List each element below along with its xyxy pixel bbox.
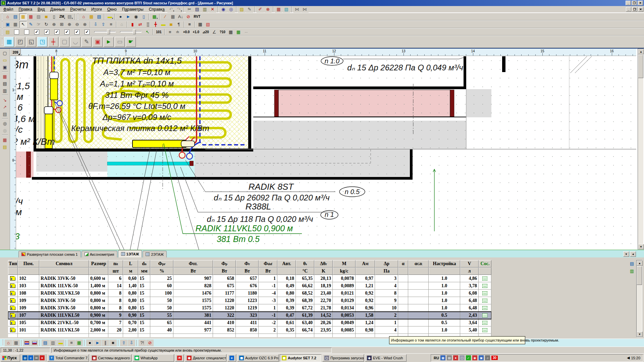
cell[interactable] bbox=[8, 326, 18, 334]
cell[interactable] bbox=[398, 275, 408, 282]
cell[interactable]: 102 bbox=[18, 275, 39, 282]
cell[interactable]: 18,19 bbox=[314, 282, 333, 290]
table-scroll-thumb[interactable] bbox=[637, 266, 642, 285]
plotter-icon[interactable]: ▤ bbox=[1, 111, 9, 117]
fitting-icon[interactable]: ¶ bbox=[175, 21, 182, 28]
cell[interactable]: 0,0089 bbox=[333, 282, 356, 290]
new-window-icon[interactable]: ▣ bbox=[4, 21, 11, 28]
tab-аксонометрия[interactable]: Аксонометрия bbox=[82, 251, 117, 257]
table-scroll-up-icon[interactable]: ▲ bbox=[637, 260, 643, 266]
cell[interactable] bbox=[408, 304, 429, 312]
workspace-blue-button[interactable]: ▦ bbox=[4, 37, 14, 47]
rvt-export-button[interactable]: RVT bbox=[192, 13, 202, 20]
task-dialog[interactable]: ◉Диалог специалистов А... bbox=[185, 354, 226, 362]
cell[interactable]: 0,49 bbox=[277, 282, 296, 290]
valve-return-icon[interactable]: ⋈ bbox=[301, 6, 309, 13]
column-header-αgr[interactable]: αGR bbox=[408, 260, 429, 267]
tray-alert-icon[interactable]: ◉ bbox=[472, 355, 477, 360]
cell[interactable] bbox=[398, 326, 408, 334]
column-header-l[interactable]: L bbox=[123, 260, 138, 267]
cell[interactable] bbox=[398, 304, 408, 312]
graph-icon[interactable]: ▤ bbox=[12, 13, 19, 20]
cell[interactable]: 60 bbox=[150, 282, 173, 290]
cell[interactable]: 23,95 bbox=[314, 326, 333, 334]
detail-slider[interactable] bbox=[120, 29, 142, 35]
cell[interactable] bbox=[259, 334, 277, 337]
dimension-icon[interactable]: ∕ bbox=[161, 13, 169, 20]
layer-toggle-5[interactable]: ✓ bbox=[54, 29, 59, 35]
cell[interactable]: 5,40 bbox=[460, 326, 479, 334]
cell[interactable]: 15 bbox=[138, 290, 150, 297]
materials-icon[interactable]: ▦ bbox=[27, 13, 35, 20]
table-row[interactable]: 105RADIK 21VKL-500,700 м70,7015654414104… bbox=[8, 319, 491, 326]
cell[interactable]: 0,800 м bbox=[89, 304, 108, 312]
mdi-close-button[interactable]: ✕ bbox=[638, 7, 643, 12]
cell[interactable]: 109 bbox=[18, 297, 39, 304]
cell[interactable] bbox=[408, 319, 429, 326]
cell[interactable]: RADIK 33VK-50 bbox=[39, 275, 89, 282]
column-header-am[interactable]: AM bbox=[356, 260, 375, 267]
restore-button[interactable]: ❐ bbox=[632, 1, 637, 5]
cell[interactable]: 1.0 bbox=[429, 326, 460, 334]
cell[interactable]: — bbox=[479, 326, 491, 334]
ruler-scale-box[interactable]: 209 bbox=[10, 49, 21, 56]
table-filter-icon[interactable]: ▥ bbox=[628, 267, 636, 274]
sort-icon[interactable]: A↓ bbox=[177, 13, 184, 20]
cell[interactable]: — bbox=[479, 290, 491, 297]
task-eve-launcher[interactable]: ▢Программа запуска EVE... bbox=[322, 354, 364, 362]
cell[interactable]: 15 bbox=[138, 312, 150, 319]
tray-audio-icon[interactable]: ♫ bbox=[485, 355, 490, 360]
cell[interactable]: 9 bbox=[108, 312, 123, 319]
cell[interactable]: 6,08 bbox=[460, 290, 479, 297]
cell[interactable]: -4 bbox=[259, 290, 277, 297]
drawings-icon[interactable]: ▦ bbox=[19, 13, 27, 20]
section-icon[interactable]: ▯ bbox=[50, 13, 58, 20]
export-icon[interactable]: ↘ bbox=[1, 97, 9, 103]
elev-10-button[interactable]: +1.0 bbox=[191, 28, 201, 35]
column-header-фp[interactable]: Фp bbox=[213, 260, 236, 267]
cell[interactable]: 0,98 bbox=[356, 326, 375, 334]
calculator-icon[interactable]: ▦ bbox=[1, 136, 9, 143]
tee-icon[interactable]: ╋ bbox=[152, 21, 159, 28]
table-info-icon[interactable]: ▤ bbox=[628, 260, 636, 267]
tray-app-4-icon[interactable]: ▢ bbox=[460, 355, 465, 360]
cell[interactable]: 2,43 bbox=[460, 312, 479, 319]
notes-icon[interactable]: ▤ bbox=[1, 143, 9, 150]
column-header-размер[interactable]: Размер bbox=[89, 260, 108, 267]
cell[interactable]: RADIK 11LVKL50 bbox=[39, 326, 89, 334]
flag-nl-icon[interactable] bbox=[23, 340, 31, 346]
cell[interactable]: 3 bbox=[375, 275, 398, 282]
cell[interactable]: — bbox=[479, 282, 491, 290]
table-row[interactable]: 102RADIK 33VK-500,600 м60,60152590765865… bbox=[8, 275, 491, 282]
cell[interactable]: 20 bbox=[108, 326, 123, 334]
disconnect-icon[interactable]: ⊘ bbox=[184, 13, 192, 20]
cell[interactable]: -1 bbox=[259, 282, 277, 290]
cut-icon[interactable]: ✂ bbox=[186, 6, 193, 13]
zoom-previous-icon[interactable]: ⊗ bbox=[81, 21, 89, 28]
cell[interactable] bbox=[296, 334, 314, 337]
cell[interactable]: 1177 bbox=[213, 290, 236, 297]
column-header-символ[interactable]: Символ bbox=[39, 260, 89, 267]
flask-icon[interactable]: ⊗ bbox=[264, 6, 272, 13]
cell[interactable] bbox=[8, 297, 18, 304]
column-header-тип[interactable]: Тип bbox=[8, 260, 18, 267]
coil-icon[interactable]: ◙ bbox=[167, 21, 175, 28]
cell[interactable]: RADIK 33VK-50 bbox=[39, 297, 89, 304]
table-row[interactable]: 109RADIK 33VK-500,800 м80,80155015751220… bbox=[8, 297, 491, 304]
cell[interactable]: 21,78 bbox=[314, 304, 333, 312]
cell[interactable]: 0,18 bbox=[277, 275, 296, 282]
cell[interactable]: 20,26 bbox=[314, 319, 333, 326]
cell[interactable]: 3,78 bbox=[460, 282, 479, 290]
cell[interactable]: 0.5 bbox=[429, 319, 460, 326]
building-icon[interactable]: ⌂ bbox=[80, 13, 87, 20]
cell[interactable]: 6 bbox=[108, 275, 123, 282]
elev-00-button[interactable]: +0.0 bbox=[182, 28, 191, 35]
cell[interactable] bbox=[314, 334, 333, 337]
find-next-icon[interactable]: ◎ bbox=[1, 127, 9, 134]
cell[interactable]: 657 bbox=[236, 275, 259, 282]
menu-файл[interactable]: Файл bbox=[1, 6, 16, 12]
heating-coil-icon[interactable]: ◙ bbox=[43, 13, 50, 20]
radiator-table[interactable]: ТипПом.СимволРазмерnitLdnФprФHLФpФrФdefА… bbox=[8, 260, 491, 337]
zoom-slider[interactable] bbox=[94, 29, 116, 35]
stop-icon[interactable]: ■ bbox=[109, 340, 117, 346]
